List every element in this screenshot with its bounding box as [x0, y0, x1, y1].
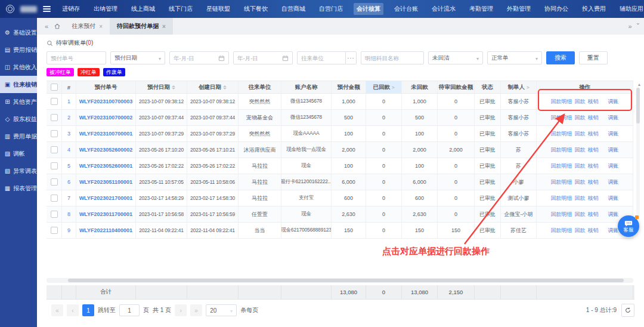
action-回款[interactable]: 回款 — [575, 114, 586, 122]
action-调账[interactable]: 调账 — [608, 130, 619, 138]
tab-待回款预付单据[interactable]: 待回款预付单据 — [110, 18, 173, 35]
date-type-select[interactable]: 预付日期 — [110, 51, 165, 64]
bill-no-link[interactable]: WLYF2023100700003 — [76, 94, 136, 109]
sort-icon[interactable] — [223, 85, 227, 90]
bill-no-link[interactable]: WLYF2023051100001 — [76, 174, 136, 190]
date-start-field[interactable] — [169, 51, 229, 64]
action-回款[interactable]: 回款 — [575, 130, 586, 138]
action-回款明细[interactable]: 回款明细 — [551, 114, 572, 122]
row-checkbox[interactable] — [51, 146, 58, 153]
pending-adjust-notice[interactable]: 待审调账单(0) — [47, 37, 634, 49]
sort-desc-icon[interactable] — [172, 88, 175, 90]
first-page-button[interactable]: « — [51, 304, 63, 316]
nav-item-外勤管理[interactable]: 外勤管理 — [504, 3, 534, 15]
action-回款[interactable]: 回款 — [575, 195, 586, 202]
sort-desc-icon[interactable] — [223, 88, 227, 90]
action-回款明细[interactable]: 回款明细 — [551, 211, 572, 218]
sidebar-item-异常调表[interactable]: ▧异常调表 — [0, 162, 37, 180]
sort-asc-icon[interactable] — [223, 85, 227, 87]
sidebar-item-报表管理[interactable]: ▦报表管理 — [0, 180, 37, 197]
action-调账[interactable]: 调账 — [608, 98, 619, 106]
action-调账[interactable]: 调账 — [608, 195, 619, 202]
nav-item-线上商城[interactable]: 线上商城 — [128, 3, 158, 15]
row-index[interactable]: 3 — [62, 126, 76, 141]
action-核销[interactable]: 核销 — [588, 130, 599, 138]
action-回款明细[interactable]: 回款明细 — [551, 227, 572, 235]
row-index[interactable]: 5 — [62, 158, 76, 174]
sidebar-item-基础设置[interactable]: ⚙基础设置 — [0, 24, 37, 41]
search-button[interactable]: 搜索 — [546, 51, 575, 64]
row-checkbox[interactable] — [51, 178, 58, 186]
row-index[interactable]: 2 — [62, 110, 76, 125]
bill-no-link[interactable]: WLYF2023052600001 — [76, 158, 136, 174]
col-header-creator[interactable]: 制单人> — [501, 81, 537, 93]
page-size-select[interactable]: 20 — [206, 304, 237, 316]
action-回款明细[interactable]: 回款明细 — [551, 98, 572, 106]
date-end-input[interactable] — [237, 55, 273, 61]
refresh-button[interactable] — [621, 304, 634, 317]
partner-input[interactable] — [301, 55, 342, 61]
action-核销[interactable]: 核销 — [588, 114, 599, 122]
filter-icon[interactable]: > — [527, 85, 530, 90]
action-调账[interactable]: 调账 — [608, 211, 619, 218]
tag-冲红单[interactable]: 冲红单 — [78, 68, 100, 76]
sidebar-item-其他资产[interactable]: ⊞其他资产 — [0, 93, 37, 110]
bill-no-link[interactable]: WLYF2022110400001 — [76, 223, 136, 238]
row-checkbox[interactable] — [51, 98, 58, 105]
action-回款明细[interactable]: 回款明细 — [551, 130, 572, 138]
select-all-checkbox[interactable] — [51, 84, 58, 91]
col-header-returned[interactable]: 已回款> — [366, 81, 402, 93]
nav-item-进销存[interactable]: 进销存 — [59, 3, 83, 15]
bill-no-link[interactable]: WLYF2023021700001 — [76, 190, 136, 206]
nav-item-考勤管理[interactable]: 考勤管理 — [466, 3, 496, 15]
action-调账[interactable]: 调账 — [608, 146, 619, 154]
sidebar-item-费用报销[interactable]: ▤费用报销 — [0, 41, 37, 58]
page-number-button[interactable]: 1 — [82, 304, 94, 316]
partner-picker-button[interactable]: ··· — [346, 51, 357, 64]
next-page-button[interactable]: › — [175, 304, 187, 316]
page-jump-input[interactable] — [119, 304, 140, 316]
bill-no-input[interactable] — [51, 55, 102, 61]
hamburger-menu-icon[interactable] — [43, 6, 51, 12]
row-checkbox[interactable] — [51, 227, 58, 234]
date-start-input[interactable] — [174, 55, 209, 61]
bill-no-link[interactable]: WLYF2023100700001 — [76, 126, 136, 141]
action-核销[interactable]: 核销 — [588, 195, 599, 202]
action-调账[interactable]: 调账 — [608, 178, 619, 186]
last-page-button[interactable]: » — [190, 304, 202, 316]
nav-item-投入费用[interactable]: 投入费用 — [579, 3, 609, 15]
action-核销[interactable]: 核销 — [588, 178, 599, 186]
prev-page-button[interactable]: ‹ — [67, 304, 79, 316]
row-index[interactable]: 1 — [62, 94, 76, 109]
row-index[interactable]: 6 — [62, 174, 76, 190]
col-header-prepay_date[interactable]: 预付日期 — [136, 81, 187, 93]
bill-type-select[interactable]: 正常单 — [487, 51, 542, 64]
bill-no-link[interactable]: WLYF2023052600002 — [76, 142, 136, 158]
filter-icon[interactable]: > — [392, 85, 395, 90]
action-回款[interactable]: 回款 — [575, 146, 586, 154]
sort-asc-icon[interactable] — [172, 85, 175, 87]
bill-no-link[interactable]: WLYF2023100700002 — [76, 110, 136, 125]
action-回款明细[interactable]: 回款明细 — [551, 162, 572, 170]
action-回款[interactable]: 回款 — [575, 211, 586, 218]
date-end-field[interactable] — [233, 51, 293, 64]
action-回款[interactable]: 回款 — [575, 162, 586, 170]
action-回款明细[interactable]: 回款明细 — [551, 195, 572, 202]
customer-service-fab[interactable]: 客服 — [618, 215, 639, 237]
horizontal-scrollbar-thumb[interactable] — [68, 279, 624, 282]
row-checkbox[interactable] — [51, 114, 58, 121]
row-checkbox[interactable] — [51, 130, 58, 137]
action-核销[interactable]: 核销 — [588, 146, 599, 154]
sidebar-item-往来核销[interactable]: ▣往来核销 — [0, 76, 37, 93]
action-回款[interactable]: 回款 — [575, 178, 586, 186]
sidebar-item-股东权益[interactable]: ◇股东权益 — [0, 110, 37, 128]
action-调账[interactable]: 调账 — [608, 227, 619, 235]
nav-item-会计台账[interactable]: 会计台账 — [391, 3, 421, 15]
sidebar-item-费用单据[interactable]: ▥费用单据 — [0, 128, 37, 145]
subject-name-input[interactable] — [365, 55, 420, 61]
tab-more-icon[interactable] — [628, 23, 632, 30]
close-icon[interactable] — [99, 23, 103, 30]
sort-icon[interactable] — [172, 85, 175, 90]
nav-item-出纳管理[interactable]: 出纳管理 — [91, 3, 120, 15]
row-index[interactable]: 8 — [62, 206, 76, 222]
